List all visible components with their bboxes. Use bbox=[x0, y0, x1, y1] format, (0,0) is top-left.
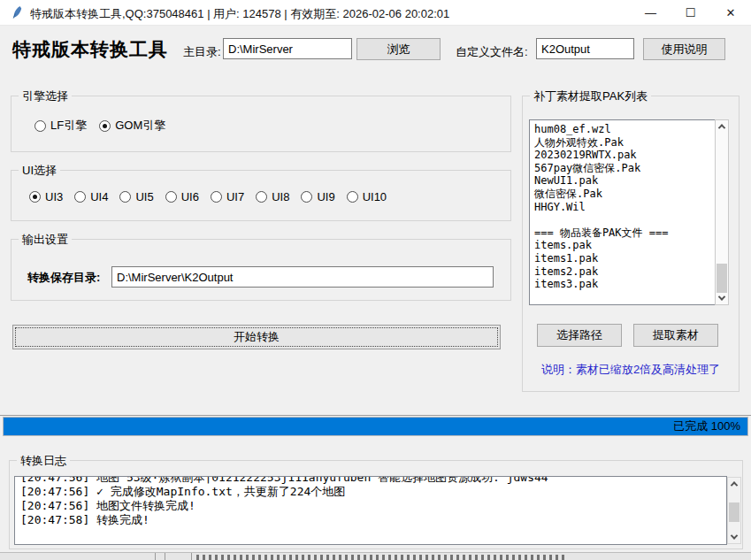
log-textarea[interactable]: [20:47:56] 地图 53级·炼狱副本|0121222253j111any… bbox=[14, 476, 727, 545]
progress-bar: 已完成 100% bbox=[3, 417, 748, 436]
progress-label: 已完成 100% bbox=[673, 418, 740, 434]
main-dir-label: 主目录: bbox=[183, 44, 221, 60]
ui-group-title: UI选择 bbox=[19, 163, 60, 179]
python-feather-icon bbox=[10, 5, 24, 19]
radio-label: UI8 bbox=[272, 190, 289, 203]
sliver-divider bbox=[155, 553, 156, 560]
pak-list-item[interactable]: items1.pak bbox=[534, 252, 713, 265]
close-button[interactable]: ✕ bbox=[710, 0, 751, 26]
chevron-up-icon bbox=[731, 481, 738, 488]
pak-list-item[interactable]: 微信密保.Pak bbox=[534, 188, 713, 201]
pak-list-item[interactable]: 人物外观特效.Pak bbox=[534, 136, 713, 150]
radio-circle-icon[interactable] bbox=[34, 120, 46, 132]
pak-list-scrollbar[interactable] bbox=[715, 119, 729, 305]
minimize-button[interactable]: — bbox=[631, 0, 671, 26]
scroll-down-button[interactable] bbox=[716, 292, 728, 304]
log-scroll-up-button[interactable] bbox=[728, 478, 740, 490]
pak-list-item[interactable]: items2.pak bbox=[534, 265, 713, 279]
engine-groupbox: 引擎选择 LF引擎GOM引擎 bbox=[11, 96, 511, 152]
sliver-divider bbox=[191, 553, 192, 560]
radio-label: UI3 bbox=[45, 190, 63, 203]
help-button[interactable]: 使用说明 bbox=[643, 38, 725, 60]
progress-fill: 已完成 100% bbox=[4, 418, 747, 435]
pak-list-item[interactable]: === 物品装备PAK文件 === bbox=[534, 226, 713, 240]
radio-label: UI5 bbox=[135, 190, 153, 203]
save-dir-input[interactable]: D:\MirServer\K2Output bbox=[111, 266, 494, 288]
radio-circle-icon[interactable] bbox=[256, 191, 267, 203]
pak-list[interactable]: hum08_ef.wzl人物外观特效.Pak20230219RWTX.pak56… bbox=[529, 119, 715, 305]
log-line: [20:47:58] 转换完成! bbox=[20, 513, 721, 527]
custom-filename-label: 自定义文件名: bbox=[456, 44, 528, 60]
chevron-up-icon bbox=[718, 124, 725, 131]
output-group-title: 输出设置 bbox=[19, 232, 72, 248]
log-content: [20:47:56] 地图 53级·炼狱副本|0121222253j111any… bbox=[20, 476, 721, 527]
engine-radio-group: LF引擎GOM引擎 bbox=[34, 118, 165, 134]
pak-list-item[interactable] bbox=[534, 213, 713, 226]
chevron-down-icon bbox=[731, 532, 738, 539]
radio-circle-icon[interactable] bbox=[29, 191, 41, 203]
background-window-sliver bbox=[0, 552, 751, 560]
log-group-title: 转换日志 bbox=[17, 453, 70, 469]
radio-option-UI3[interactable]: UI3 bbox=[29, 190, 63, 203]
radio-option-GOM引擎[interactable]: GOM引擎 bbox=[99, 118, 165, 134]
radio-label: UI6 bbox=[181, 190, 199, 203]
radio-option-UI10[interactable]: UI10 bbox=[347, 190, 387, 203]
radio-option-UI9[interactable]: UI9 bbox=[301, 190, 334, 203]
radio-circle-icon[interactable] bbox=[347, 191, 358, 203]
scrollbar-thumb[interactable] bbox=[717, 264, 727, 293]
maximize-button[interactable]: ☐ bbox=[671, 0, 710, 26]
radio-label: LF引擎 bbox=[50, 118, 87, 134]
radio-option-UI5[interactable]: UI5 bbox=[119, 190, 153, 203]
radio-circle-icon[interactable] bbox=[301, 191, 312, 203]
select-path-button[interactable]: 选择路径 bbox=[537, 324, 622, 347]
radio-circle-icon[interactable] bbox=[99, 120, 111, 132]
log-scrollbar-thumb[interactable] bbox=[729, 502, 740, 522]
pak-list-item[interactable]: 20230219RWTX.pak bbox=[534, 149, 713, 162]
page-title: 特戒版本转换工具 bbox=[12, 37, 168, 62]
log-line: [20:47:56] 地图文件转换完成! bbox=[20, 499, 721, 513]
app-window: 特戒版本转换工具,QQ:375048461 | 用户: 124578 | 有效期… bbox=[0, 0, 751, 560]
pak-list-item[interactable]: NewUI1.pak bbox=[534, 174, 713, 188]
start-convert-button[interactable]: 开始转换 bbox=[12, 325, 501, 349]
main-dir-input[interactable]: D:\MirServer bbox=[223, 38, 352, 59]
radio-circle-icon[interactable] bbox=[211, 191, 222, 203]
radio-option-UI8[interactable]: UI8 bbox=[256, 190, 289, 203]
radio-label: UI9 bbox=[317, 190, 334, 203]
radio-circle-icon[interactable] bbox=[165, 191, 177, 203]
titlebar: 特戒版本转换工具,QQ:375048461 | 用户: 124578 | 有效期… bbox=[0, 0, 751, 26]
radio-label: UI4 bbox=[90, 190, 108, 203]
radio-circle-icon[interactable] bbox=[74, 191, 86, 203]
radio-option-LF引擎[interactable]: LF引擎 bbox=[34, 118, 87, 134]
log-scrollbar[interactable] bbox=[727, 477, 741, 544]
pak-list-item[interactable]: hum08_ef.wzl bbox=[534, 123, 713, 136]
material-note: 说明：素材已缩放2倍及高清处理了 bbox=[522, 362, 740, 378]
log-line: [20:47:56] 地图 53级·炼狱副本|0121222253j111any… bbox=[20, 476, 721, 485]
radio-label: UI10 bbox=[363, 190, 387, 203]
pak-list-item[interactable]: 567pay微信密保.Pak bbox=[534, 162, 713, 175]
pak-group-title: 补丁素材提取PAK列表 bbox=[530, 88, 651, 104]
pak-list-item[interactable]: HHGY.Wil bbox=[534, 201, 713, 214]
sliver-clipped-text bbox=[196, 555, 568, 560]
progress-separator bbox=[0, 415, 751, 416]
log-line: [20:47:56] ✓ 完成修改MapInfo.txt，共更新了224个地图 bbox=[20, 485, 721, 499]
chevron-down-icon bbox=[718, 293, 725, 300]
radio-option-UI6[interactable]: UI6 bbox=[165, 190, 199, 203]
ui-groupbox: UI选择 UI3UI4UI5UI6UI7UI8UI9UI10 bbox=[11, 170, 511, 221]
custom-filename-input[interactable]: K2Output bbox=[536, 38, 634, 59]
save-dir-label: 转换保存目录: bbox=[27, 270, 100, 286]
radio-label: GOM引擎 bbox=[115, 118, 165, 134]
extract-material-button[interactable]: 提取素材 bbox=[633, 324, 718, 347]
engine-group-title: 引擎选择 bbox=[19, 88, 72, 104]
radio-circle-icon[interactable] bbox=[119, 191, 131, 203]
ui-radio-group: UI3UI4UI5UI6UI7UI8UI9UI10 bbox=[29, 190, 387, 203]
window-title: 特戒版本转换工具,QQ:375048461 | 用户: 124578 | 有效期… bbox=[30, 6, 449, 22]
pak-list-item[interactable]: items.pak bbox=[534, 239, 713, 252]
browse-button[interactable]: 浏览 bbox=[356, 38, 441, 60]
sliver-divider bbox=[165, 553, 165, 560]
output-groupbox: 输出设置 转换保存目录: D:\MirServer\K2Output bbox=[11, 239, 511, 301]
radio-option-UI7[interactable]: UI7 bbox=[211, 190, 244, 203]
scroll-up-button[interactable] bbox=[716, 120, 728, 133]
log-scroll-down-button[interactable] bbox=[728, 531, 740, 543]
pak-list-item[interactable]: items3.pak bbox=[534, 278, 713, 291]
radio-option-UI4[interactable]: UI4 bbox=[74, 190, 108, 203]
